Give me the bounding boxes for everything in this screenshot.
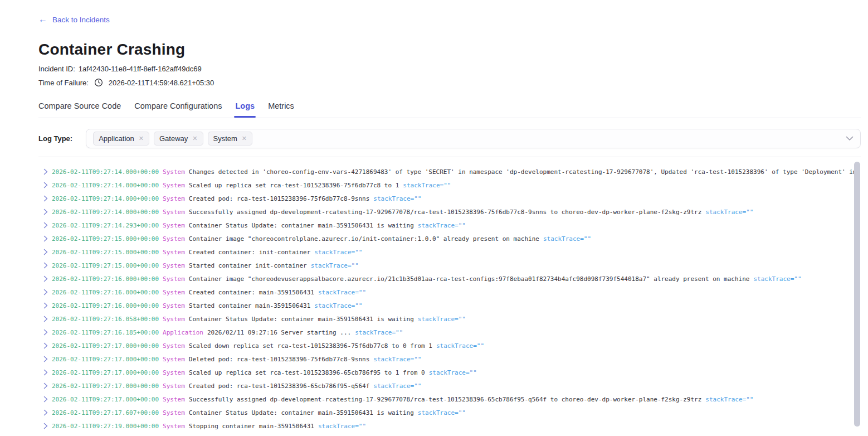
chevron-right-icon[interactable] xyxy=(43,369,48,376)
log-row[interactable]: 2026-02-11T09:27:15.000+00:00SystemStart… xyxy=(38,259,861,272)
log-row[interactable]: 2026-02-11T09:27:16.185+00:00Application… xyxy=(38,326,861,339)
log-viewer: 2026-02-11T09:27:14.000+00:00SystemChang… xyxy=(38,157,861,436)
time-of-failure-value: 2026-02-11T14:59:48.621+05:30 xyxy=(109,79,214,87)
log-row[interactable]: 2026-02-11T09:27:17.000+00:00SystemScale… xyxy=(38,366,861,379)
chip-remove-icon[interactable]: ✕ xyxy=(192,135,197,142)
log-filter-row: Log Type: Application✕Gateway✕System✕ xyxy=(38,129,861,148)
chevron-right-icon[interactable] xyxy=(43,356,48,362)
log-timestamp: 2026-02-11T09:27:17.000+00:00 xyxy=(52,396,159,403)
log-message: Created container: main-3591506431 xyxy=(189,289,314,296)
chevron-down-icon[interactable] xyxy=(846,136,854,141)
log-type: System xyxy=(163,423,185,430)
tab-bar: Compare Source CodeCompare Configuration… xyxy=(38,101,861,118)
log-type-chip-system[interactable]: System✕ xyxy=(208,132,253,146)
log-row[interactable]: 2026-02-11T09:27:15.000+00:00SystemConta… xyxy=(38,232,861,245)
log-timestamp: 2026-02-11T09:27:17.607+00:00 xyxy=(52,409,159,416)
tab-metrics[interactable]: Metrics xyxy=(268,101,294,118)
chevron-right-icon[interactable] xyxy=(43,222,48,229)
chevron-right-icon[interactable] xyxy=(43,423,48,429)
chevron-right-icon[interactable] xyxy=(43,249,48,255)
tab-compare-source-code[interactable]: Compare Source Code xyxy=(38,101,121,118)
log-stacktrace: stackTrace="" xyxy=(418,316,466,323)
log-message: Created pod: rca-test-1015238396-75f6db7… xyxy=(189,195,370,202)
log-message: Container Status Update: container main-… xyxy=(189,409,414,416)
chevron-right-icon[interactable] xyxy=(43,275,48,282)
chip-label: Application xyxy=(99,134,134,143)
chevron-right-icon[interactable] xyxy=(43,209,48,215)
log-timestamp: 2026-02-11T09:27:17.000+00:00 xyxy=(52,382,159,390)
log-message: Deleted pod: rca-test-1015238396-75f6db7… xyxy=(189,356,370,363)
log-stacktrace: stackTrace="" xyxy=(318,289,366,296)
log-row[interactable]: 2026-02-11T09:27:14.000+00:00SystemScale… xyxy=(38,178,861,192)
chevron-right-icon[interactable] xyxy=(43,168,48,175)
log-type-chip-gateway[interactable]: Gateway✕ xyxy=(154,132,203,146)
chevron-right-icon[interactable] xyxy=(43,316,48,322)
log-row[interactable]: 2026-02-11T09:27:16.000+00:00SystemConta… xyxy=(38,272,861,285)
chevron-right-icon[interactable] xyxy=(43,382,48,389)
log-timestamp: 2026-02-11T09:27:15.000+00:00 xyxy=(52,262,159,269)
log-row[interactable]: 2026-02-11T09:27:14.000+00:00SystemCreat… xyxy=(38,192,861,205)
log-row[interactable]: 2026-02-11T09:27:14.000+00:00SystemSucce… xyxy=(38,205,861,219)
log-stacktrace: stackTrace="" xyxy=(373,382,421,390)
log-row[interactable]: 2026-02-11T09:27:16.058+00:00SystemConta… xyxy=(38,312,861,326)
log-type: System xyxy=(163,409,185,416)
log-row[interactable]: 2026-02-11T09:27:19.000+00:00SystemStopp… xyxy=(38,419,861,433)
log-message: Scaled down replica set rca-test-1015238… xyxy=(189,342,432,350)
chevron-right-icon[interactable] xyxy=(43,342,48,349)
log-message: Created pod: rca-test-1015238396-65cb786… xyxy=(189,382,370,390)
back-arrow-icon: ← xyxy=(38,15,47,24)
log-row[interactable]: 2026-02-11T09:27:17.607+00:00SystemConta… xyxy=(38,406,861,419)
log-type: System xyxy=(163,382,185,390)
log-row[interactable]: 2026-02-11T09:27:15.000+00:00SystemCreat… xyxy=(38,245,861,259)
back-link[interactable]: ← Back to Incidents xyxy=(38,15,110,24)
log-row[interactable]: 2026-02-11T09:27:17.000+00:00SystemSucce… xyxy=(38,393,861,406)
log-type-chip-application[interactable]: Application✕ xyxy=(93,132,149,146)
chevron-right-icon[interactable] xyxy=(43,182,48,188)
log-stacktrace: stackTrace="" xyxy=(753,275,801,283)
log-stacktrace: stackTrace="" xyxy=(429,369,477,376)
tab-compare-configurations[interactable]: Compare Configurations xyxy=(134,101,222,118)
chip-label: Gateway xyxy=(159,134,188,143)
vertical-scrollbar[interactable] xyxy=(854,162,860,427)
log-type: System xyxy=(163,289,185,296)
log-row[interactable]: 2026-02-11T09:27:17.000+00:00SystemScale… xyxy=(38,339,861,352)
log-type-label: Log Type: xyxy=(38,134,72,143)
log-timestamp: 2026-02-11T09:27:17.000+00:00 xyxy=(52,369,159,376)
log-stacktrace: stackTrace="" xyxy=(311,262,359,269)
chip-remove-icon[interactable]: ✕ xyxy=(242,135,247,142)
log-stacktrace: stackTrace="" xyxy=(318,423,366,430)
log-row[interactable]: 2026-02-11T09:27:14.000+00:00SystemChang… xyxy=(38,165,861,178)
log-timestamp: 2026-02-11T09:27:16.185+00:00 xyxy=(52,329,159,336)
chevron-right-icon[interactable] xyxy=(43,409,48,416)
log-stacktrace: stackTrace="" xyxy=(705,209,753,216)
log-timestamp: 2026-02-11T09:27:15.000+00:00 xyxy=(52,249,159,256)
tab-logs[interactable]: Logs xyxy=(235,101,255,118)
log-type: System xyxy=(163,168,185,176)
chevron-right-icon[interactable] xyxy=(43,329,48,336)
log-type: System xyxy=(163,235,185,243)
log-type: Application xyxy=(163,329,203,336)
log-type: System xyxy=(163,222,185,229)
log-type: System xyxy=(163,182,185,189)
log-row[interactable]: 2026-02-11T09:27:16.000+00:00SystemStart… xyxy=(38,299,861,312)
chevron-right-icon[interactable] xyxy=(43,262,48,269)
chip-label: System xyxy=(213,134,237,143)
log-row[interactable]: 2026-02-11T09:27:14.293+00:00SystemConta… xyxy=(38,219,861,232)
log-row[interactable]: 2026-02-11T09:27:17.000+00:00SystemCreat… xyxy=(38,379,861,393)
log-row[interactable]: 2026-02-11T09:27:17.000+00:00SystemDelet… xyxy=(38,352,861,366)
log-timestamp: 2026-02-11T09:27:14.000+00:00 xyxy=(52,182,159,189)
log-timestamp: 2026-02-11T09:27:19.000+00:00 xyxy=(52,423,159,430)
chevron-right-icon[interactable] xyxy=(43,289,48,295)
log-row[interactable]: 2026-02-11T09:27:16.000+00:00SystemCreat… xyxy=(38,285,861,299)
chevron-right-icon[interactable] xyxy=(43,235,48,242)
log-type-multiselect[interactable]: Application✕Gateway✕System✕ xyxy=(86,129,861,148)
chevron-right-icon[interactable] xyxy=(43,302,48,309)
log-message: 2026/02/11 09:27:16 Server starting ... xyxy=(207,329,351,336)
log-type: System xyxy=(163,275,185,283)
chip-remove-icon[interactable]: ✕ xyxy=(139,135,144,142)
log-stacktrace: stackTrace="" xyxy=(543,235,591,243)
log-stacktrace: stackTrace="" xyxy=(355,329,403,336)
log-stacktrace: stackTrace="" xyxy=(418,409,466,416)
chevron-right-icon[interactable] xyxy=(43,396,48,403)
chevron-right-icon[interactable] xyxy=(43,195,48,202)
